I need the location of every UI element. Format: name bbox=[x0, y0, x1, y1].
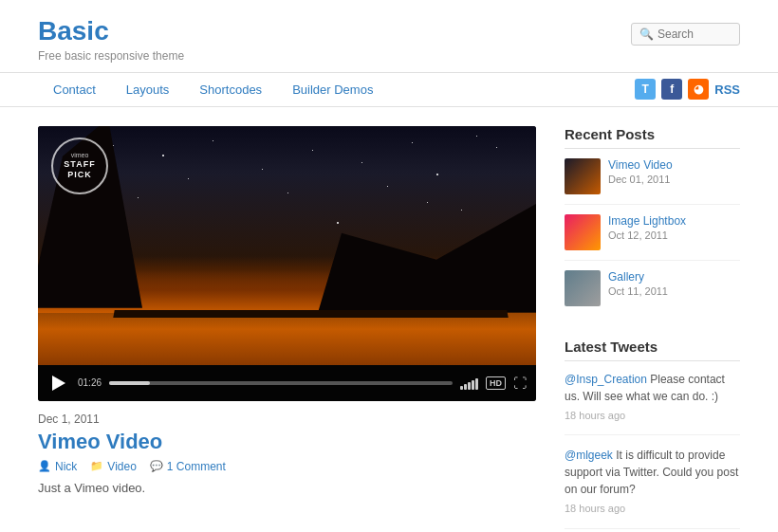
thumb-pink-bg bbox=[565, 214, 601, 250]
recent-posts-section: Recent Posts Vimeo Video Dec 01, 2011 Im… bbox=[565, 126, 740, 316]
play-button[interactable] bbox=[47, 372, 70, 394]
vimeo-staff-pick-badge: vimeo STAFF PICK bbox=[51, 138, 108, 194]
post-thumb-3 bbox=[565, 270, 601, 306]
recent-post-date-2: Oct 12, 2011 bbox=[608, 229, 686, 241]
site-title: Basic bbox=[38, 17, 184, 46]
latest-tweets-section: Latest Tweets @Insp_Creation Please cont… bbox=[565, 339, 740, 532]
header: Basic Free basic responsive theme 🔍 bbox=[0, 0, 778, 72]
post-meta: 👤 Nick 📁 Video 💬 1 Comment bbox=[38, 460, 536, 473]
recent-posts-title: Recent Posts bbox=[565, 126, 740, 149]
list-item: Gallery Oct 11, 2011 bbox=[565, 270, 740, 316]
main-content: vimeo STAFF PICK 01:26 bbox=[0, 107, 778, 532]
nav-shortcodes[interactable]: Shortcodes bbox=[184, 73, 277, 106]
tweet-handle-1[interactable]: @Insp_Creation bbox=[565, 373, 647, 386]
author-link[interactable]: Nick bbox=[55, 460, 77, 473]
hd-badge: HD bbox=[486, 376, 506, 390]
post-excerpt: Just a Vimeo video. bbox=[38, 481, 536, 495]
post-info-1: Vimeo Video Dec 01, 2011 bbox=[608, 158, 673, 185]
post-thumb-2 bbox=[565, 214, 601, 250]
tweet-time-1: 18 hours ago bbox=[565, 408, 740, 424]
recent-post-link-2[interactable]: Image Lightbox bbox=[608, 214, 686, 228]
video-area: vimeo STAFF PICK bbox=[38, 126, 536, 365]
fullscreen-button[interactable]: ⛶ bbox=[513, 376, 527, 391]
tweet-item-2: @mlgeek It is difficult to provide suppo… bbox=[565, 447, 740, 529]
post-info-3: Gallery Oct 11, 2011 bbox=[608, 270, 668, 297]
vol-bar-1 bbox=[460, 386, 463, 390]
tweet-item-1: @Insp_Creation Please contact us. Will s… bbox=[565, 371, 740, 436]
rss-icon[interactable]: ◕ bbox=[688, 79, 709, 100]
list-item: Image Lightbox Oct 12, 2011 bbox=[565, 214, 740, 261]
recent-post-link-3[interactable]: Gallery bbox=[608, 270, 668, 284]
sidebar: Recent Posts Vimeo Video Dec 01, 2011 Im… bbox=[565, 126, 740, 532]
progress-bar[interactable] bbox=[109, 381, 453, 385]
left-content: vimeo STAFF PICK 01:26 bbox=[38, 126, 536, 532]
time-display: 01:26 bbox=[78, 377, 102, 388]
vol-bar-4 bbox=[472, 380, 474, 390]
post-title: Vimeo Video bbox=[38, 430, 536, 454]
thumb-video-bg bbox=[565, 158, 601, 194]
recent-post-date-1: Dec 01, 2011 bbox=[608, 174, 673, 185]
play-icon bbox=[52, 376, 65, 391]
comment-icon: 💬 bbox=[150, 460, 163, 472]
post-thumb-1 bbox=[565, 158, 601, 194]
list-item: Vimeo Video Dec 01, 2011 bbox=[565, 158, 740, 205]
nav-builder-demos[interactable]: Builder Demos bbox=[277, 73, 388, 106]
progress-fill bbox=[109, 381, 150, 385]
video-controls: 01:26 HD ⛶ bbox=[38, 365, 536, 401]
thumb-portrait-bg bbox=[565, 270, 601, 306]
video-player[interactable]: vimeo STAFF PICK 01:26 bbox=[38, 126, 536, 401]
nav-contact[interactable]: Contact bbox=[38, 73, 111, 106]
rss-link[interactable]: RSS bbox=[714, 83, 740, 97]
tweet-handle-2[interactable]: @mlgeek bbox=[565, 449, 613, 462]
post-comments-meta: 💬 1 Comment bbox=[150, 460, 226, 473]
category-link[interactable]: Video bbox=[107, 460, 136, 473]
vol-bar-3 bbox=[468, 382, 471, 390]
search-input[interactable] bbox=[658, 28, 732, 41]
nav-bar: Contact Layouts Shortcodes Builder Demos… bbox=[0, 72, 778, 107]
author-icon: 👤 bbox=[38, 460, 51, 472]
latest-tweets-title: Latest Tweets bbox=[565, 339, 740, 361]
recent-post-date-3: Oct 11, 2011 bbox=[608, 285, 668, 297]
vol-bar-5 bbox=[475, 378, 478, 390]
vol-bar-2 bbox=[464, 384, 467, 390]
post-date: Dec 1, 2011 bbox=[38, 413, 536, 426]
post-info-2: Image Lightbox Oct 12, 2011 bbox=[608, 214, 686, 241]
site-branding: Basic Free basic responsive theme bbox=[38, 17, 184, 63]
twitter-icon[interactable]: T bbox=[635, 79, 656, 100]
post-author-meta: 👤 Nick bbox=[38, 460, 77, 473]
volume-bars bbox=[460, 376, 478, 390]
post-category-meta: 📁 Video bbox=[90, 460, 136, 473]
nav-links: Contact Layouts Shortcodes Builder Demos bbox=[38, 73, 388, 106]
social-icons: T f ◕ RSS bbox=[635, 79, 740, 100]
tweet-time-2: 18 hours ago bbox=[565, 501, 740, 517]
category-icon: 📁 bbox=[90, 460, 103, 472]
bridge bbox=[113, 310, 508, 318]
site-subtitle: Free basic responsive theme bbox=[38, 49, 184, 63]
nav-layouts[interactable]: Layouts bbox=[111, 73, 185, 106]
recent-post-link-1[interactable]: Vimeo Video bbox=[608, 158, 673, 172]
comments-link[interactable]: 1 Comment bbox=[167, 460, 226, 473]
facebook-icon[interactable]: f bbox=[661, 79, 682, 100]
search-icon: 🔍 bbox=[639, 28, 654, 41]
search-box[interactable]: 🔍 bbox=[631, 23, 740, 46]
